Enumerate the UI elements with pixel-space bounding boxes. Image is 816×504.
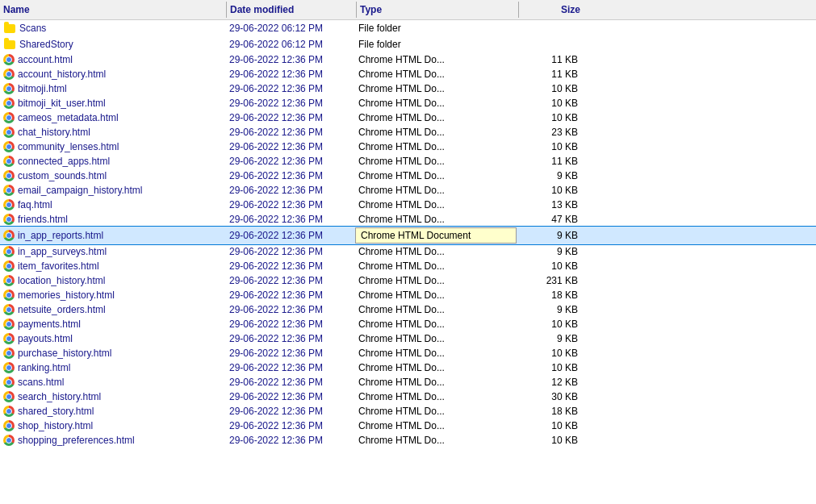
table-row[interactable]: account.html 29-06-2022 12:36 PM Chrome … <box>0 52 816 67</box>
filename: shop_history.html <box>18 420 93 431</box>
cell-size: 10 KB <box>517 318 581 331</box>
filename: cameos_metadata.html <box>18 112 119 123</box>
table-row[interactable]: account_history.html 29-06-2022 12:36 PM… <box>0 67 816 81</box>
chrome-icon <box>3 141 15 152</box>
cell-name: shop_history.html <box>0 419 226 432</box>
cell-name: scans.html <box>0 376 226 389</box>
cell-name: email_campaign_history.html <box>0 184 226 197</box>
cell-size <box>517 27 581 29</box>
table-row[interactable]: item_favorites.html 29-06-2022 12:36 PM … <box>0 259 816 273</box>
header-date[interactable]: Date modified <box>227 2 356 17</box>
chrome-icon <box>3 435 15 446</box>
filename: Scans <box>19 23 46 34</box>
filename: community_lenses.html <box>18 141 119 152</box>
table-row[interactable]: shared_story.html 29-06-2022 12:36 PM Ch… <box>0 404 816 419</box>
table-row[interactable]: chat_history.html 29-06-2022 12:36 PM Ch… <box>0 125 816 140</box>
cell-name: payouts.html <box>0 332 226 345</box>
chrome-icon <box>3 214 15 225</box>
table-row[interactable]: memories_history.html 29-06-2022 12:36 P… <box>0 288 816 302</box>
folder-icon <box>3 22 16 35</box>
cell-date: 29-06-2022 12:36 PM <box>226 274 355 287</box>
header-name[interactable]: Name <box>0 2 226 17</box>
table-row[interactable]: Scans 29-06-2022 06:12 PM File folder <box>0 20 816 36</box>
cell-name: payments.html <box>0 318 226 331</box>
cell-size: 30 KB <box>517 390 581 403</box>
cell-name: purchase_history.html <box>0 347 226 360</box>
chrome-icon <box>3 69 15 80</box>
cell-name: shared_story.html <box>0 405 226 418</box>
header-size[interactable]: Size <box>519 2 584 17</box>
cell-name: custom_sounds.html <box>0 169 226 182</box>
chrome-icon <box>3 391 15 402</box>
filename: in_app_surveys.html <box>18 246 107 257</box>
cell-type: Chrome HTML Do... <box>355 169 517 182</box>
cell-date: 29-06-2022 12:36 PM <box>226 229 355 242</box>
table-row[interactable]: purchase_history.html 29-06-2022 12:36 P… <box>0 346 816 360</box>
cell-size: 9 KB <box>517 229 581 242</box>
chrome-icon <box>3 406 15 417</box>
table-row[interactable]: custom_sounds.html 29-06-2022 12:36 PM C… <box>0 169 816 183</box>
filename: bitmoji.html <box>18 83 67 94</box>
table-row[interactable]: email_campaign_history.html 29-06-2022 1… <box>0 183 816 198</box>
cell-type: Chrome HTML Do... <box>355 390 517 403</box>
cell-type: Chrome HTML Do... <box>355 53 517 66</box>
cell-date: 29-06-2022 12:36 PM <box>226 68 355 81</box>
filename: payouts.html <box>18 333 73 344</box>
cell-name: Scans <box>0 21 226 35</box>
cell-type: Chrome HTML Do... <box>355 289 517 302</box>
table-row[interactable]: search_history.html 29-06-2022 12:36 PM … <box>0 389 816 404</box>
table-row[interactable]: connected_apps.html 29-06-2022 12:36 PM … <box>0 154 816 169</box>
table-row[interactable]: shop_history.html 29-06-2022 12:36 PM Ch… <box>0 419 816 433</box>
cell-type: Chrome HTML Do... <box>355 376 517 389</box>
table-row[interactable]: location_history.html 29-06-2022 12:36 P… <box>0 273 816 288</box>
table-row[interactable]: SharedStory 29-06-2022 06:12 PM File fol… <box>0 36 816 52</box>
cell-date: 29-06-2022 12:36 PM <box>226 332 355 345</box>
cell-size: 11 KB <box>517 68 581 81</box>
cell-type: Chrome HTML Do... <box>355 347 517 360</box>
filename: scans.html <box>18 377 64 388</box>
cell-type: Chrome HTML Do... <box>355 155 517 168</box>
table-row[interactable]: ranking.html 29-06-2022 12:36 PM Chrome … <box>0 360 816 375</box>
table-row[interactable]: in_app_surveys.html 29-06-2022 12:36 PM … <box>0 244 816 259</box>
cell-name: netsuite_orders.html <box>0 303 226 316</box>
cell-size: 10 KB <box>517 111 581 124</box>
cell-size: 9 KB <box>517 169 581 182</box>
table-row[interactable]: friends.html 29-06-2022 12:36 PM Chrome … <box>0 212 816 227</box>
cell-type: Chrome HTML Do... <box>355 260 517 273</box>
cell-name: ranking.html <box>0 361 226 374</box>
cell-type: Chrome HTML Do... <box>355 419 517 432</box>
table-row[interactable]: payouts.html 29-06-2022 12:36 PM Chrome … <box>0 331 816 346</box>
table-row[interactable]: community_lenses.html 29-06-2022 12:36 P… <box>0 140 816 154</box>
cell-size: 10 KB <box>517 361 581 374</box>
cell-size: 9 KB <box>517 332 581 345</box>
cell-date: 29-06-2022 12:36 PM <box>226 53 355 66</box>
table-row[interactable]: in_app_reports.html 29-06-2022 12:36 PM … <box>0 227 816 244</box>
table-row[interactable]: bitmoji.html 29-06-2022 12:36 PM Chrome … <box>0 81 816 96</box>
table-row[interactable]: shopping_preferences.html 29-06-2022 12:… <box>0 433 816 448</box>
cell-name: bitmoji.html <box>0 82 226 95</box>
table-row[interactable]: bitmoji_kit_user.html 29-06-2022 12:36 P… <box>0 96 816 110</box>
table-row[interactable]: cameos_metadata.html 29-06-2022 12:36 PM… <box>0 110 816 125</box>
table-row[interactable]: faq.html 29-06-2022 12:36 PM Chrome HTML… <box>0 198 816 212</box>
cell-date: 29-06-2022 12:36 PM <box>226 405 355 418</box>
cell-type: Chrome HTML Do... <box>355 198 517 211</box>
cell-date: 29-06-2022 12:36 PM <box>226 289 355 302</box>
cell-name: location_history.html <box>0 274 226 287</box>
filename: shared_story.html <box>18 406 94 417</box>
cell-name: connected_apps.html <box>0 155 226 168</box>
chrome-icon <box>3 98 15 109</box>
chrome-icon <box>3 83 15 94</box>
table-row[interactable]: netsuite_orders.html 29-06-2022 12:36 PM… <box>0 302 816 317</box>
cell-size: 10 KB <box>517 260 581 273</box>
cell-name: account_history.html <box>0 68 226 81</box>
filename: item_favorites.html <box>18 260 99 272</box>
chrome-icon <box>3 199 15 210</box>
cell-date: 29-06-2022 12:36 PM <box>226 155 355 168</box>
table-row[interactable]: scans.html 29-06-2022 12:36 PM Chrome HT… <box>0 375 816 389</box>
cell-type: Chrome HTML Do... <box>355 97 517 110</box>
cell-name: in_app_reports.html <box>0 229 226 242</box>
cell-name: SharedStory <box>0 37 226 52</box>
cell-type: Chrome HTML Do... <box>355 361 517 374</box>
table-row[interactable]: payments.html 29-06-2022 12:36 PM Chrome… <box>0 317 816 331</box>
header-type[interactable]: Type <box>357 2 518 17</box>
